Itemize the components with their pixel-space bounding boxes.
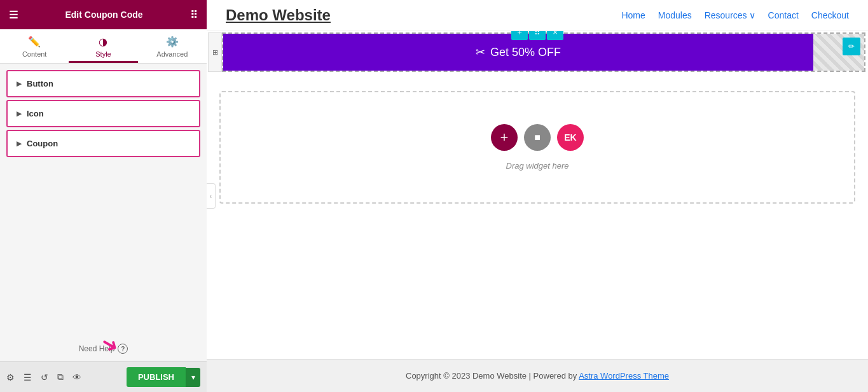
need-help[interactable]: Need Help ? [0,336,207,361]
footer-link[interactable]: Astra WordPress Theme [579,371,669,381]
accordion-button-header[interactable]: ▶ Button [8,71,199,96]
coupon-close-button[interactable]: × [547,31,563,40]
widget-action-buttons: + ■ EK [491,124,584,151]
accordion-icon-label: Icon [27,109,44,118]
accordion-wrapper: ▶ Button ▶ Icon ▶ Coupon [0,64,207,336]
left-panel: ☰ Edit Coupon Code ⠿ ✏️ Content ◑ Style … [0,0,207,392]
accordion-coupon: ▶ Coupon [6,130,200,157]
settings-icon[interactable]: ⚙ [6,372,15,382]
widget-add-button[interactable]: + [491,124,518,151]
coupon-scissors-icon: ✂ [476,45,485,59]
accordion-coupon-label: Coupon [27,139,58,148]
button-arrow-icon: ▶ [17,80,22,87]
page-content: + ⠿ × ⊞ ✂ Get 50% OFF ✏ + ■ EK [207,31,868,359]
widget-square-button[interactable]: ■ [524,124,551,151]
need-help-label: Need Help [79,344,115,353]
icon-arrow-icon: ▶ [17,110,22,117]
responsive-icon[interactable]: ⧉ [57,372,64,382]
nav-home[interactable]: Home [621,10,645,20]
panel-header: ☰ Edit Coupon Code ⠿ [0,0,207,29]
accordion-icon-header[interactable]: ▶ Icon [8,101,199,126]
content-tab-icon: ✏️ [28,36,41,48]
nav-modules[interactable]: Modules [658,10,692,20]
coupon-toolbar: + ⠿ × [511,31,563,40]
site-footer: Copyright © 2023 Demo Website | Powered … [207,359,868,392]
advanced-tab-icon: ⚙️ [166,36,179,48]
panel-bottom: ⚙ ☰ ↺ ⧉ 👁 PUBLISH ▾ [0,361,207,392]
nav-resources[interactable]: Resources ∨ [705,10,755,20]
tab-content[interactable]: ✏️ Content [0,29,69,63]
tab-advanced-label: Advanced [156,50,188,58]
coupon-bar-section: + ⠿ × ⊞ ✂ Get 50% OFF ✏ [209,32,865,72]
widget-drop-area[interactable]: + ■ EK Drag widget here [219,91,855,204]
history-icon[interactable]: ↺ [41,372,48,382]
preview-icon[interactable]: 👁 [72,372,81,382]
panel-tabs: ✏️ Content ◑ Style ⚙️ Advanced [0,29,207,64]
tab-advanced[interactable]: ⚙️ Advanced [138,29,207,63]
style-tab-icon: ◑ [99,36,107,48]
grid-icon[interactable]: ⠿ [190,9,198,21]
widget-logo-button[interactable]: EK [557,124,584,151]
nav-checkout[interactable]: Checkout [811,10,849,20]
panel-title: Edit Coupon Code [18,10,190,20]
publish-dropdown-button[interactable]: ▾ [186,368,200,387]
right-panel: Demo Website Home Modules Resources ∨ Co… [207,0,868,392]
accordion-coupon-header[interactable]: ▶ Coupon [8,131,199,156]
coupon-add-button[interactable]: + [511,31,528,40]
coupon-bar-text: Get 50% OFF [490,46,561,59]
tab-style[interactable]: ◑ Style [69,29,137,63]
accordion-icon: ▶ Icon [6,100,200,127]
column-toggle[interactable]: ⊞ [208,32,222,72]
tab-content-label: Content [22,50,47,58]
coupon-move-button[interactable]: ⠿ [529,31,546,40]
footer-text: Copyright © 2023 Demo Website | Powered … [406,371,579,381]
resources-chevron-icon: ∨ [749,10,755,20]
accordion-button: ▶ Button [6,70,200,97]
coupon-arrow-icon: ▶ [17,140,22,147]
layers-icon[interactable]: ☰ [24,372,32,382]
coupon-edit-button[interactable]: ✏ [843,38,860,55]
panel-collapse-handle[interactable]: ‹ [207,183,216,209]
site-title: Demo Website [226,6,331,24]
bottom-icons: ⚙ ☰ ↺ ⧉ 👁 [6,372,81,382]
site-nav: Demo Website Home Modules Resources ∨ Co… [207,0,868,31]
tab-style-label: Style [95,50,111,58]
nav-links: Home Modules Resources ∨ Contact Checkou… [621,10,849,20]
drag-widget-text: Drag widget here [506,161,569,171]
publish-button-group: PUBLISH ▾ [127,367,200,387]
nav-contact[interactable]: Contact [768,10,799,20]
help-icon: ? [118,344,128,354]
accordion-button-label: Button [27,79,53,88]
hamburger-icon[interactable]: ☰ [9,9,18,21]
publish-button[interactable]: PUBLISH [127,367,186,387]
